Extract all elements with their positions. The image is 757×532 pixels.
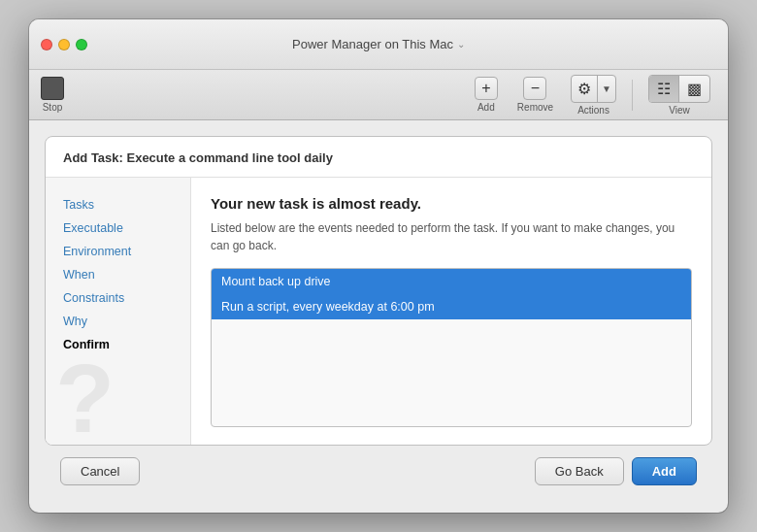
nav-sidebar: Tasks Executable Environment When Constr…	[46, 178, 191, 445]
view-toggle-group: ☷ ▩	[648, 75, 710, 103]
footer: Cancel Go Back Add	[45, 446, 712, 497]
main-panel: Your new task is almost ready. Listed be…	[191, 178, 711, 445]
panel-heading: Your new task is almost ready.	[211, 195, 692, 212]
stop-icon	[41, 77, 64, 100]
toolbar: Stop + Add − Remove ⚙ ▼ Actions ☷ ▩	[29, 70, 728, 120]
sidebar-item-why[interactable]: Why	[46, 310, 190, 333]
event-list[interactable]: Mount back up drive Run a script, every …	[211, 268, 692, 427]
sidebar-item-executable[interactable]: Executable	[46, 216, 190, 240]
sidebar-item-environment[interactable]: Environment	[46, 240, 190, 263]
cancel-button[interactable]: Cancel	[60, 457, 140, 485]
maximize-button[interactable]	[76, 39, 87, 50]
go-back-button[interactable]: Go Back	[535, 457, 624, 485]
chevron-down-icon: ▼	[598, 80, 615, 98]
event-item-script[interactable]: Run a script, every weekday at 6:00 pm	[212, 294, 691, 319]
content-area: Add Task: Execute a command line tool da…	[29, 120, 728, 513]
sidebar-item-constraints[interactable]: Constraints	[46, 286, 190, 310]
add-remove-group: + Add − Remove	[465, 73, 561, 116]
remove-button[interactable]: − Remove	[510, 73, 561, 116]
plus-icon: +	[475, 77, 498, 100]
dialog-title: Add Task: Execute a command line tool da…	[46, 137, 711, 178]
title-chevron-icon: ⌄	[457, 39, 465, 50]
stop-button[interactable]: Stop	[41, 77, 64, 113]
actions-button[interactable]: ⚙ ▼ Actions	[565, 71, 622, 119]
dialog-box: Add Task: Execute a command line tool da…	[45, 136, 712, 446]
view-button[interactable]: ☷ ▩ View	[642, 71, 716, 119]
gear-icon: ⚙	[572, 76, 598, 102]
dialog-body: Tasks Executable Environment When Constr…	[46, 178, 711, 445]
question-mark-bg-icon: ?	[55, 343, 115, 445]
sidebar-item-tasks[interactable]: Tasks	[46, 193, 190, 216]
window-title: Power Manager on This Mac ⌄	[292, 37, 465, 51]
traffic-lights	[41, 39, 87, 50]
list-view-icon: ☷	[649, 76, 679, 102]
sidebar-item-when[interactable]: When	[46, 263, 190, 286]
add-task-button[interactable]: Add	[632, 457, 697, 485]
minimize-button[interactable]	[58, 39, 70, 50]
footer-right-buttons: Go Back Add	[535, 457, 697, 485]
toolbar-separator	[632, 80, 633, 111]
titlebar: Power Manager on This Mac ⌄	[29, 19, 728, 70]
actions-icon-group: ⚙ ▼	[571, 75, 616, 103]
close-button[interactable]	[41, 39, 52, 50]
detail-view-icon: ▩	[679, 76, 709, 102]
main-window: Power Manager on This Mac ⌄ Stop + Add −…	[29, 19, 728, 513]
event-item-mount[interactable]: Mount back up drive	[212, 269, 691, 294]
minus-icon: −	[523, 77, 546, 100]
panel-description: Listed below are the events needed to pe…	[211, 219, 692, 254]
add-button[interactable]: + Add	[465, 73, 508, 116]
